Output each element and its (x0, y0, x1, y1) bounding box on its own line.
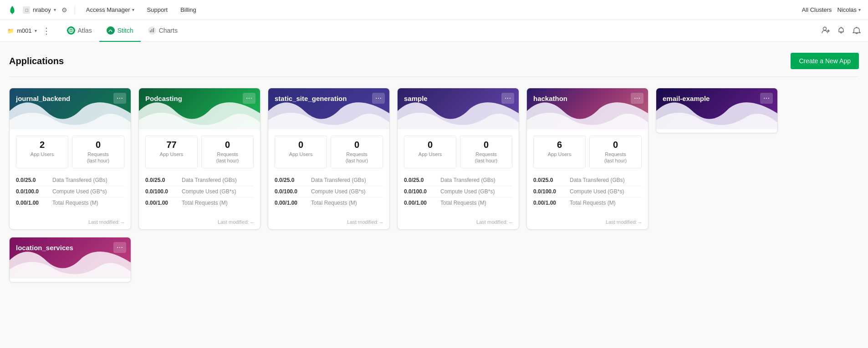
card-title: hackathon (533, 95, 567, 102)
card-menu-button[interactable]: ⋯ (372, 93, 385, 104)
metric-label: Compute Used (GB*s) (52, 188, 107, 195)
create-new-app-button[interactable]: Create a New App (791, 53, 859, 69)
org-selector[interactable]: ◻ nraboy ▾ (23, 6, 56, 14)
settings-icon[interactable]: ⚙ (61, 6, 67, 14)
stat-box-1: 0 Requests(last hour) (589, 136, 642, 168)
card-menu-button[interactable]: ⋯ (113, 242, 126, 253)
top-nav-left: ◻ nraboy ▾ ⚙ Access Manager ▾ Support Bi… (7, 5, 200, 15)
project-folder-icon: 📁 (7, 28, 14, 34)
stat-value: 0 (336, 140, 378, 150)
app-card-email-example[interactable]: email-example ⋯ (656, 88, 778, 133)
stat-label: App Users (409, 151, 451, 157)
metric-value: 0.0/25.0 (145, 177, 182, 183)
metrics-list: 0.0/25.0 Data Transfered (GBs) 0.0/100.0… (404, 175, 512, 208)
card-footer: Last modified: -- (398, 217, 519, 229)
card-footer: Last modified: -- (139, 217, 260, 229)
card-body: 77 App Users 0 Requests(last hour) 0.0/2… (139, 129, 260, 217)
metric-value: 0.00/1.00 (533, 200, 570, 206)
card-footer: Last modified: -- (527, 217, 648, 229)
all-clusters-link[interactable]: All Clusters (802, 6, 832, 13)
metric-row-1: 0.0/100.0 Compute Used (GB*s) (275, 186, 383, 197)
card-menu-button[interactable]: ⋯ (243, 93, 255, 104)
metrics-list: 0.0/25.0 Data Transfered (GBs) 0.0/100.0… (275, 175, 383, 208)
stat-value: 0 (206, 140, 249, 150)
card-body: 0 App Users 0 Requests(last hour) 0.0/25… (398, 129, 519, 217)
metric-label: Total Requests (M) (52, 200, 98, 206)
card-header: sample ⋯ (398, 88, 519, 129)
card-header: static_site_generation ⋯ (268, 88, 389, 129)
app-card-podcasting[interactable]: Podcasting ⋯ 77 App Users 0 Requests(las… (138, 88, 260, 230)
access-manager-link[interactable]: Access Manager ▾ (82, 6, 138, 13)
stat-value: 0 (465, 140, 507, 150)
top-navigation: ◻ nraboy ▾ ⚙ Access Manager ▾ Support Bi… (0, 0, 868, 20)
project-selector[interactable]: 📁 m001 ▾ (7, 27, 37, 34)
project-name: m001 (17, 27, 32, 34)
card-title: journal_backend (16, 95, 70, 102)
stat-box-0: 2 App Users (16, 136, 68, 168)
main-content: Applications Create a New App journal_ba… (0, 42, 868, 293)
tab-atlas[interactable]: Atlas (60, 20, 99, 42)
app-card-location_services[interactable]: location_services ⋯ (9, 237, 131, 282)
app-card-sample[interactable]: sample ⋯ 0 App Users 0 Requests(last hou… (397, 88, 519, 230)
metric-label: Data Transfered (GBs) (182, 177, 237, 183)
stat-label: Requests(last hour) (336, 151, 378, 164)
tab-stitch[interactable]: Stitch (99, 20, 141, 42)
project-kebab-menu[interactable]: ⋮ (41, 27, 52, 35)
card-menu-button[interactable]: ⋯ (501, 93, 514, 104)
mongodb-logo (7, 5, 17, 15)
user-selector[interactable]: Nicolas ▾ (837, 6, 861, 13)
project-chevron: ▾ (35, 28, 37, 33)
card-menu-button[interactable]: ⋯ (113, 93, 126, 104)
metric-row-0: 0.0/25.0 Data Transfered (GBs) (16, 175, 124, 186)
stats-row: 77 App Users 0 Requests(last hour) (145, 136, 254, 168)
svg-rect-4 (152, 29, 153, 32)
add-person-icon[interactable] (822, 26, 830, 36)
stat-box-0: 0 App Users (404, 136, 456, 168)
nav-divider (75, 5, 75, 15)
stat-box-0: 0 App Users (275, 136, 327, 168)
billing-link[interactable]: Billing (177, 6, 200, 13)
project-tabs: Atlas Stitch Charts (60, 20, 185, 42)
stat-box-1: 0 Requests(last hour) (201, 136, 254, 168)
support-link[interactable]: Support (143, 6, 172, 13)
card-header: journal_backend ⋯ (10, 88, 131, 129)
card-body: 2 App Users 0 Requests(last hour) 0.0/25… (10, 129, 131, 217)
metric-row-0: 0.0/25.0 Data Transfered (GBs) (275, 175, 383, 186)
stats-row: 0 App Users 0 Requests(last hour) (275, 136, 383, 168)
stat-label: Requests(last hour) (465, 151, 507, 164)
metric-label: Total Requests (M) (311, 200, 357, 206)
card-menu-button[interactable]: ⋯ (760, 93, 773, 104)
stat-label: Requests(last hour) (77, 151, 119, 164)
metric-label: Compute Used (GB*s) (311, 188, 365, 195)
svg-rect-3 (150, 30, 151, 32)
bell-icon[interactable] (853, 26, 861, 36)
stat-box-0: 6 App Users (533, 136, 586, 168)
metric-row-2: 0.00/1.00 Total Requests (M) (533, 197, 642, 208)
atlas-icon (67, 26, 75, 35)
card-body: 0 App Users 0 Requests(last hour) 0.0/25… (268, 129, 389, 217)
stats-row: 2 App Users 0 Requests(last hour) (16, 136, 124, 168)
card-footer: Last modified: -- (268, 217, 389, 229)
stat-value: 2 (21, 140, 63, 150)
card-menu-button[interactable]: ⋯ (631, 93, 643, 104)
metric-row-2: 0.00/1.00 Total Requests (M) (145, 197, 254, 208)
metric-value: 0.0/25.0 (533, 177, 570, 183)
tab-charts[interactable]: Charts (141, 20, 185, 42)
app-card-static_site_generation[interactable]: static_site_generation ⋯ 0 App Users 0 R… (268, 88, 390, 230)
metric-value: 0.0/25.0 (275, 177, 311, 183)
stat-value: 0 (280, 140, 322, 150)
user-name: Nicolas (837, 6, 857, 13)
notifications-icon[interactable] (837, 26, 845, 36)
card-header: email-example ⋯ (656, 88, 777, 129)
stat-value: 0 (77, 140, 119, 150)
metric-row-0: 0.0/25.0 Data Transfered (GBs) (404, 175, 512, 186)
metric-row-1: 0.0/100.0 Compute Used (GB*s) (145, 186, 254, 197)
metric-value: 0.0/100.0 (275, 188, 311, 195)
app-card-hackathon[interactable]: hackathon ⋯ 6 App Users 0 Requests(last … (526, 88, 648, 230)
stat-box-0: 77 App Users (145, 136, 198, 168)
card-title: static_site_generation (275, 95, 347, 102)
metric-label: Total Requests (M) (182, 200, 228, 206)
metric-label: Compute Used (GB*s) (182, 188, 236, 195)
card-title: sample (404, 95, 428, 102)
app-card-journal_backend[interactable]: journal_backend ⋯ 2 App Users 0 Requests… (9, 88, 131, 230)
